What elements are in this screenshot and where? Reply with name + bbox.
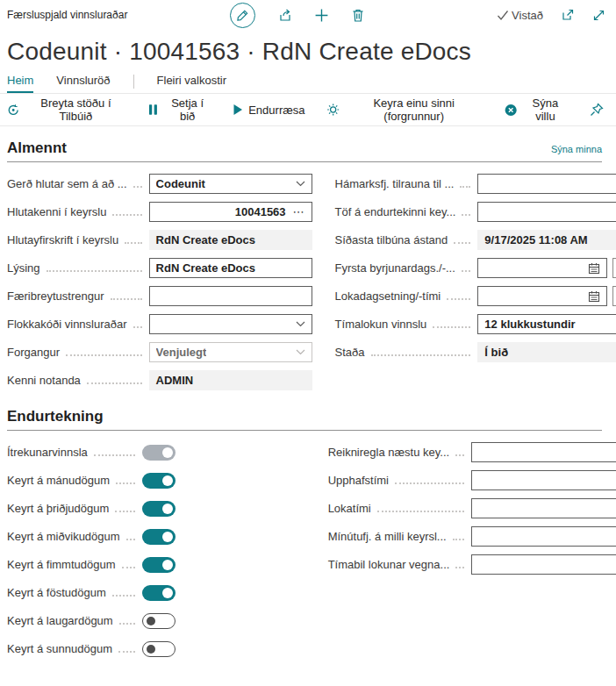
dotted-leader — [119, 623, 135, 625]
action-set-on-hold[interactable]: Setja í bið — [148, 96, 212, 123]
calendar-icon[interactable] — [588, 262, 600, 275]
field-object-type: Gerð hlutar sem á að ... Codeunit — [7, 174, 312, 194]
description-input[interactable] — [149, 258, 312, 278]
dotted-leader — [462, 270, 471, 272]
readonly-value: RdN Create eDocs — [156, 233, 255, 247]
object-id-input[interactable]: 10041563 ⋯ — [149, 202, 312, 222]
field-job-timeout: Tímalokun vinnslu — [335, 314, 616, 334]
dotted-leader — [94, 454, 135, 456]
run-sundays-toggle[interactable] — [142, 641, 175, 657]
object-type-select[interactable]: Codeunit — [149, 174, 312, 194]
next-run-formula-input[interactable] — [471, 442, 616, 462]
general-left-column: Gerð hlutar sem á að ... Codeunit Hlutak… — [7, 174, 312, 398]
dotted-leader — [133, 186, 142, 188]
ending-time-input[interactable] — [471, 498, 616, 518]
show-less-link[interactable]: Sýna minna — [551, 144, 602, 154]
action-label: Setja í bið — [163, 96, 211, 123]
edit-button[interactable] — [230, 3, 255, 28]
tab-vinnslurod[interactable]: Vinnsluröð — [56, 74, 110, 93]
dotted-leader — [447, 298, 470, 300]
parameter-string-input[interactable] — [149, 286, 312, 306]
field-label: Lokatími — [328, 502, 371, 515]
run-fridays-toggle[interactable] — [142, 585, 175, 601]
minutes-between-runs-input[interactable] — [471, 526, 616, 547]
top-bar: Færsluspjald vinnsluraðar — [0, 0, 616, 30]
field-run-wednesdays: Keyrt á miðvikudögum — [7, 526, 305, 547]
action-set-status-ready[interactable]: Breyta stöðu í Tilbúið — [7, 96, 127, 123]
delete-button[interactable] — [351, 8, 365, 23]
tab-fleiri-valkostir[interactable]: Fleiri valkostir — [157, 74, 226, 93]
expand-button[interactable] — [592, 9, 605, 22]
action-label: Sýna villu — [522, 96, 569, 123]
dotted-leader — [111, 298, 142, 300]
run-wednesdays-toggle[interactable] — [142, 529, 175, 545]
chevron-down-icon — [296, 321, 305, 327]
action-run-once-foreground[interactable]: Keyra einu sinni (forgrunnur) — [326, 96, 483, 123]
error-circle-icon — [505, 104, 517, 117]
field-label: Lokadagsetning/-tími — [335, 289, 441, 303]
section-general-title[interactable]: Almennt — [7, 139, 67, 157]
action-label: Endurræsa — [248, 104, 304, 117]
dotted-leader — [462, 214, 470, 216]
run-thursdays-toggle[interactable] — [142, 557, 175, 573]
dotted-leader — [455, 454, 464, 456]
run-mondays-toggle[interactable] — [142, 473, 175, 489]
run-saturdays-toggle[interactable] — [142, 613, 175, 629]
field-last-ready-state: Síðasta tilbúna ástand 9/17/2025 11:08 A… — [335, 230, 616, 250]
priority-select: Venjulegt — [149, 342, 312, 362]
action-show-error[interactable]: Sýna villu — [505, 96, 569, 123]
run-tuesdays-toggle[interactable] — [142, 501, 175, 517]
field-label: Keyrt á þriðjudögum — [7, 502, 109, 515]
saved-indicator[interactable]: Vistað — [497, 9, 543, 22]
topbar-actions — [230, 0, 365, 30]
field-object-caption: Hlutayfirskrift í keyrslu RdN Create eDo… — [7, 230, 312, 250]
dotted-leader — [47, 270, 142, 272]
play-icon — [233, 104, 243, 116]
user-id-value: ADMIN — [149, 370, 312, 390]
field-rerun-delay: Töf á endurtekinni key... — [335, 202, 616, 222]
job-timeout-input[interactable] — [477, 314, 616, 334]
field-next-run-formula: Reikniregla næstu key... — [328, 442, 616, 462]
expand-icon — [592, 9, 605, 22]
unpin-actionbar-button[interactable] — [590, 103, 604, 117]
expiration-assist-button[interactable]: ⋯ — [612, 286, 616, 306]
action-restart[interactable]: Endurræsa — [233, 104, 304, 117]
field-run-tuesdays: Keyrt á þriðjudögum — [7, 498, 305, 518]
inactivity-timeout-input[interactable] — [471, 554, 616, 575]
field-label: Keyrt á laugardögum — [7, 614, 113, 627]
rerun-delay-input[interactable] — [477, 202, 616, 222]
field-minutes-between-runs: Mínútufj. á milli keyrsl... — [328, 526, 616, 547]
field-inactivity-timeout-period: Tímabil lokunar vegna... — [328, 554, 616, 575]
section-recurrence-title[interactable]: Endurtekning — [7, 408, 104, 425]
action-bar: Breyta stöðu í Tilbúið Setja í bið Endur… — [0, 94, 616, 126]
last-ready-state-value: 9/17/2025 11:08 AM — [477, 230, 616, 250]
field-label: Reikniregla næstu key... — [328, 446, 450, 459]
open-in-new-window-button[interactable] — [561, 8, 575, 22]
field-label: Fyrsta byrjunardags./-... — [335, 261, 455, 275]
assist-edit-icon[interactable]: ⋯ — [293, 205, 305, 218]
starting-time-input[interactable] — [471, 470, 616, 490]
dotted-leader — [377, 511, 465, 512]
card-content: Almennt Sýna minna Gerð hlutar sem á að … — [0, 139, 616, 667]
max-attempts-input[interactable] — [477, 174, 616, 194]
tab-heim[interactable]: Heim — [7, 74, 33, 93]
field-label: Hlutakenni í keyrslu — [7, 205, 106, 218]
saved-label: Vistað — [512, 9, 543, 22]
earliest-start-assist-button[interactable]: ⋯ — [612, 258, 616, 278]
dotted-leader — [87, 382, 142, 384]
readonly-value: 9/17/2025 11:08 AM — [484, 233, 587, 247]
field-run-fridays: Keyrt á föstudögum — [7, 582, 305, 603]
calendar-icon[interactable] — [588, 290, 600, 303]
field-label: Flokkakóði vinnsluraðar — [7, 318, 127, 331]
section-general-header: Almennt Sýna minna — [7, 139, 602, 162]
dotted-leader — [395, 482, 464, 484]
check-icon — [497, 10, 509, 21]
job-queue-category-select[interactable] — [149, 314, 312, 334]
new-button[interactable] — [314, 8, 329, 23]
field-label: Keyrt á miðvikudögum — [7, 530, 120, 543]
share-button[interactable] — [277, 8, 292, 23]
dotted-leader — [66, 354, 142, 356]
expiration-datetime-input[interactable] — [477, 286, 607, 306]
earliest-start-datetime-input[interactable] — [477, 258, 607, 278]
select-value: Venjulegt — [156, 346, 207, 359]
